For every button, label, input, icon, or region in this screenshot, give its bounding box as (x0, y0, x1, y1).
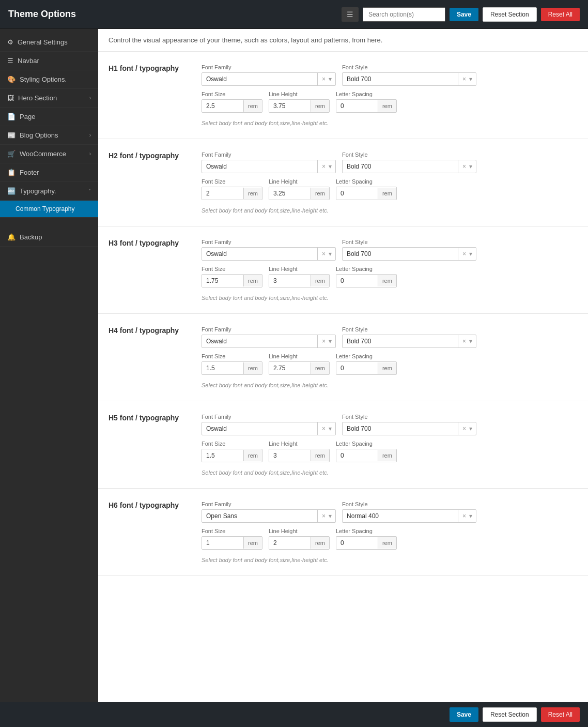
font-style-clear-h5[interactable]: × (462, 425, 466, 432)
letter-spacing-input-h1[interactable] (336, 100, 378, 112)
font-family-label-h3: Font Family (202, 239, 336, 245)
font-style-group-h6: Font Style Normal 400 × ▾ (342, 501, 476, 523)
font-family-select-wrapper-h4: Oswald × ▾ (202, 335, 336, 348)
font-style-clear-h4[interactable]: × (462, 338, 466, 345)
font-size-input-wrapper-h6: rem (202, 536, 262, 550)
sidebar-item-woocommerce[interactable]: 🛒 WooCommerce › (0, 145, 98, 163)
font-family-label-h2: Font Family (202, 152, 336, 158)
font-style-arrow-h5[interactable]: ▾ (469, 425, 472, 432)
font-size-input-h5[interactable] (202, 449, 243, 462)
font-style-select-h4[interactable]: Bold 700 (342, 335, 476, 348)
font-family-select-h6[interactable]: Open Sans (202, 509, 336, 523)
size-row-h1: Font Size rem Line Height rem (202, 91, 567, 113)
font-family-clear-h1[interactable]: × (322, 75, 326, 83)
font-family-clear-h2[interactable]: × (322, 163, 326, 170)
font-size-input-wrapper-h4: rem (202, 361, 262, 375)
font-size-input-h3[interactable] (202, 275, 243, 287)
font-size-input-wrapper-h2: rem (202, 187, 262, 200)
typo-section-h6: H6 font / typography Font Family Open Sa… (98, 489, 588, 576)
font-size-input-h2[interactable] (202, 187, 243, 200)
font-size-unit-h1: rem (243, 100, 262, 112)
font-style-arrow-h3[interactable]: ▾ (469, 250, 472, 258)
font-size-input-h1[interactable] (202, 100, 243, 112)
font-family-arrow-h5[interactable]: ▾ (329, 425, 332, 432)
header-save-button[interactable]: Save (450, 8, 478, 21)
sidebar-item-backup[interactable]: 🔔 Backup (0, 228, 98, 247)
font-style-arrow-h1[interactable]: ▾ (469, 75, 472, 83)
footer-reset-all-button[interactable]: Reset All (541, 707, 580, 722)
font-style-select-h5[interactable]: Bold 700 (342, 422, 476, 435)
font-style-arrow-h2[interactable]: ▾ (469, 163, 472, 170)
letter-spacing-unit-h3: rem (378, 275, 396, 286)
font-size-label-h2: Font Size (202, 178, 262, 185)
font-family-arrow-h3[interactable]: ▾ (329, 250, 332, 258)
font-size-input-h6[interactable] (202, 537, 243, 549)
font-style-label-h4: Font Style (342, 326, 476, 332)
sidebar-label-blog: Blog Options (20, 131, 58, 139)
sidebar-item-navbar[interactable]: ☰ Navbar (0, 52, 98, 70)
line-height-input-h1[interactable] (269, 100, 311, 112)
font-style-arrow-h4[interactable]: ▾ (469, 338, 472, 345)
sidebar-item-general-settings[interactable]: ⚙ General Settings (0, 33, 98, 52)
letter-spacing-input-h6[interactable] (336, 537, 378, 549)
typo-fields-h2: Font Family Oswald × ▾ (202, 152, 567, 214)
font-family-arrow-h1[interactable]: ▾ (329, 75, 332, 83)
letter-spacing-label-h4: Letter Spacing (336, 353, 397, 359)
header-reset-all-button[interactable]: Reset All (541, 8, 580, 21)
font-size-input-h4[interactable] (202, 362, 243, 374)
sidebar-item-common-typography[interactable]: Common Typography (0, 201, 98, 218)
sidebar-item-typography[interactable]: 🔤 Typography. ˅ (0, 182, 98, 201)
line-height-input-h5[interactable] (269, 449, 311, 462)
font-style-select-h3[interactable]: Bold 700 (342, 247, 476, 261)
font-family-select-h1[interactable]: Oswald (202, 72, 336, 86)
font-family-select-h5[interactable]: Oswald (202, 422, 336, 435)
footer-save-button[interactable]: Save (450, 707, 478, 722)
search-input[interactable] (363, 7, 445, 22)
font-family-select-h4[interactable]: Oswald (202, 335, 336, 348)
typo-row-h5: H5 font / typography Font Family Oswald (109, 414, 578, 476)
font-style-arrow-h6[interactable]: ▾ (469, 512, 472, 520)
options-icon-button[interactable]: ☰ (342, 7, 359, 22)
font-family-arrow-h6[interactable]: ▾ (329, 512, 332, 520)
font-style-clear-h1[interactable]: × (462, 75, 466, 83)
font-family-clear-h4[interactable]: × (322, 338, 326, 345)
sidebar-item-blog-options[interactable]: 📰 Blog Options › (0, 126, 98, 145)
line-height-label-h1: Line Height (269, 91, 330, 97)
font-family-select-h2[interactable]: Oswald (202, 160, 336, 173)
font-family-select-h3[interactable]: Oswald (202, 247, 336, 261)
sidebar-item-hero-section[interactable]: 🖼 Hero Section › (0, 89, 98, 108)
letter-spacing-unit-h5: rem (378, 450, 396, 461)
letter-spacing-input-h5[interactable] (336, 449, 378, 462)
line-height-input-h2[interactable] (269, 187, 311, 200)
font-family-clear-h3[interactable]: × (322, 250, 326, 258)
font-style-clear-h6[interactable]: × (462, 512, 466, 520)
font-family-arrow-h2[interactable]: ▾ (329, 163, 332, 170)
line-height-label-h6: Line Height (269, 528, 330, 534)
line-height-input-h6[interactable] (269, 537, 311, 549)
sidebar-item-styling-options[interactable]: 🎨 Styling Options. (0, 70, 98, 89)
font-style-clear-h3[interactable]: × (462, 250, 466, 258)
footer-reset-section-button[interactable]: Reset Section (483, 707, 537, 722)
font-style-select-h2[interactable]: Bold 700 (342, 160, 476, 173)
font-family-arrow-h4[interactable]: ▾ (329, 338, 332, 345)
font-style-select-h6[interactable]: Normal 400 (342, 509, 476, 523)
font-size-unit-h6: rem (243, 537, 262, 549)
main-content: Control the visual appearance of your th… (98, 29, 588, 702)
font-style-select-h1[interactable]: Bold 700 (342, 72, 476, 86)
sidebar-item-footer[interactable]: 📋 Footer (0, 163, 98, 182)
letter-spacing-unit-h4: rem (378, 362, 396, 374)
font-family-group-h3: Font Family Oswald × ▾ (202, 239, 336, 261)
header-reset-section-button[interactable]: Reset Section (483, 7, 537, 22)
letter-spacing-input-h4[interactable] (336, 362, 378, 374)
font-style-clear-h2[interactable]: × (462, 163, 466, 170)
line-height-input-h3[interactable] (269, 275, 311, 287)
font-family-clear-h6[interactable]: × (322, 512, 326, 520)
line-height-input-h4[interactable] (269, 362, 311, 374)
sidebar-item-page[interactable]: 📄 Page (0, 108, 98, 126)
font-family-clear-h5[interactable]: × (322, 425, 326, 432)
sidebar-label-backup: Backup (20, 233, 42, 241)
letter-spacing-input-h2[interactable] (336, 187, 378, 200)
line-height-unit-h3: rem (311, 275, 329, 286)
letter-spacing-input-h3[interactable] (336, 275, 378, 287)
footer-icon: 📋 (7, 169, 16, 176)
